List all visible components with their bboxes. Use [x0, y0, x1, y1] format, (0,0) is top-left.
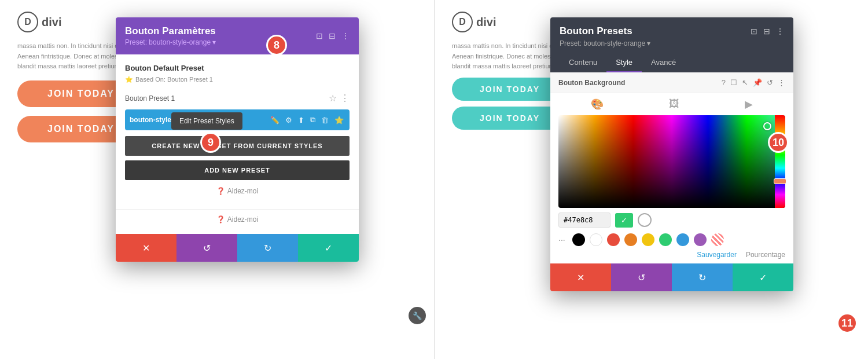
panel-section-header: Bouton Background ? ☐ ↖ 📌 ↺ ⋮: [550, 72, 793, 93]
left-modal-icon-2[interactable]: ⊟: [329, 31, 336, 41]
right-footer-cancel[interactable]: ✕: [550, 263, 611, 291]
help-link-1[interactable]: ❓Aidez-moi: [125, 187, 350, 195]
swatch-white[interactable]: [590, 233, 602, 246]
left-panel: D divi massa mattis non. In tincidunt ni…: [0, 0, 434, 359]
right-footer-redo[interactable]: ↻: [672, 263, 733, 291]
copy-icon[interactable]: ⧉: [309, 114, 317, 126]
desktop-icon[interactable]: ☐: [730, 78, 737, 87]
video-tab[interactable]: ▶: [745, 98, 753, 111]
swatch-green[interactable]: [659, 233, 672, 246]
right-footer-undo[interactable]: ↺: [611, 263, 672, 291]
left-divi-logo: D: [17, 12, 38, 32]
right-brand-name: divi: [476, 16, 496, 29]
footer-undo-btn[interactable]: ↺: [176, 234, 237, 262]
left-modal-footer: ✕ ↺ ↻ ✓: [116, 234, 359, 262]
left-modal-body: Bouton Default Preset ⭐Based On: Bouton …: [116, 54, 359, 209]
swatch-orange[interactable]: [624, 233, 637, 246]
tab-contenu[interactable]: Contenu: [560, 53, 606, 72]
left-modal-icon-1[interactable]: ⊡: [316, 31, 323, 41]
swatch-black[interactable]: [572, 233, 585, 246]
color-check-button[interactable]: ✓: [615, 213, 633, 228]
right-modal-sub: Preset: bouton-style-orange ▾: [560, 39, 784, 47]
preset-1-kebab[interactable]: ⋮: [340, 93, 350, 104]
image-tab[interactable]: 🖼: [669, 98, 679, 111]
preset-1-label: Bouton Preset 1: [125, 94, 175, 102]
color-swatches: ···: [558, 233, 785, 246]
right-divi-logo: D: [452, 12, 473, 32]
reset-icon[interactable]: ↺: [767, 78, 773, 87]
edit-preset-tooltip: Edit Preset Styles: [171, 112, 242, 130]
solid-color-tab[interactable]: 🎨: [591, 98, 604, 111]
color-type-tabs: 🎨 🖼 ▶: [558, 98, 785, 111]
swatch-purple[interactable]: [694, 233, 707, 246]
right-modal-header: Bouton Presets ⊡ ⊟ ⋮ Preset: bouton-styl…: [550, 17, 793, 72]
wrench-icon[interactable]: 🔧: [409, 307, 426, 324]
badge-10: 10: [768, 132, 789, 153]
hue-slider[interactable]: [775, 115, 785, 208]
footer-save-btn[interactable]: ✓: [298, 234, 359, 262]
color-input-row: ✓: [558, 213, 785, 228]
badge-9: 9: [200, 132, 221, 153]
star-active-icon[interactable]: ⭐: [333, 115, 345, 126]
right-icon-1[interactable]: ⊡: [751, 27, 757, 36]
export-icon[interactable]: ⬆: [297, 115, 306, 126]
help-link-2[interactable]: ❓Aidez-moi: [125, 215, 350, 224]
left-modal: Bouton Paramètres Preset: bouton-style-o…: [116, 17, 359, 262]
color-footer: Sauvegarder Pourcentage: [558, 251, 785, 259]
right-icon-3[interactable]: ⋮: [776, 27, 784, 36]
pct-link[interactable]: Pourcentage: [746, 251, 785, 259]
tab-avance[interactable]: Avancé: [642, 53, 685, 72]
right-modal-title: Bouton Presets: [560, 25, 632, 37]
right-modal-tabs: Contenu Style Avancé: [560, 53, 784, 72]
picker-cursor[interactable]: [763, 122, 771, 130]
right-panel: D divi massa mattis non. In tincidunt ni…: [434, 0, 868, 359]
preset-default-title: Bouton Default Preset: [125, 64, 350, 72]
create-preset-button[interactable]: CREATE NEW PRESET FROM CURRENT STYLES: [125, 136, 350, 156]
footer-cancel-btn[interactable]: ✕: [116, 234, 176, 262]
swatch-transparent[interactable]: [711, 233, 724, 246]
right-modal-footer: ✕ ↺ ↻ ✓: [550, 263, 793, 291]
swatches-more[interactable]: ···: [558, 235, 565, 244]
save-link[interactable]: Sauvegarder: [697, 251, 737, 259]
edit-icon[interactable]: ✏️: [269, 115, 281, 126]
left-modal-icon-3[interactable]: ⋮: [341, 31, 350, 41]
preset-1-row: Bouton Preset 1 ☆ ⋮: [125, 93, 350, 104]
footer-redo-btn[interactable]: ↻: [237, 234, 298, 262]
delete-icon[interactable]: 🗑: [320, 115, 330, 126]
left-brand-name: divi: [42, 16, 61, 29]
section-label: Bouton Background: [558, 79, 625, 87]
settings-icon[interactable]: ⚙: [284, 115, 293, 126]
left-modal-header-icons: ⊡ ⊟ ⋮: [316, 31, 350, 41]
swatch-red[interactable]: [607, 233, 620, 246]
help-section-icon[interactable]: ?: [722, 78, 726, 87]
preset-1-star[interactable]: ☆: [329, 93, 337, 104]
swatch-yellow[interactable]: [642, 233, 654, 246]
left-modal-sub: Preset: bouton-style-orange ▾: [125, 38, 216, 46]
opacity-circle[interactable]: [638, 213, 652, 227]
swatch-blue[interactable]: [676, 233, 689, 246]
pin-icon[interactable]: 📌: [753, 78, 762, 87]
tab-style[interactable]: Style: [606, 53, 642, 72]
right-modal: Bouton Presets ⊡ ⊟ ⋮ Preset: bouton-styl…: [550, 17, 793, 291]
badge-11: 11: [837, 313, 858, 334]
color-picker-area: [558, 115, 785, 208]
section-icons: ? ☐ ↖ 📌 ↺ ⋮: [722, 78, 785, 87]
color-gradient-canvas[interactable]: [558, 115, 785, 208]
add-preset-button[interactable]: ADD NEW PRESET: [125, 160, 350, 180]
badge-8: 8: [266, 35, 287, 56]
right-icon-2[interactable]: ⊟: [763, 27, 770, 36]
cursor-icon[interactable]: ↖: [742, 78, 748, 87]
right-footer-save[interactable]: ✓: [733, 263, 793, 291]
more-icon[interactable]: ⋮: [778, 78, 785, 87]
based-on-text: ⭐Based On: Bouton Preset 1: [125, 76, 350, 83]
hue-thumb[interactable]: [774, 178, 786, 184]
hex-input[interactable]: [558, 213, 610, 228]
left-modal-header: Bouton Paramètres Preset: bouton-style-o…: [116, 17, 359, 54]
left-modal-title: Bouton Paramètres: [125, 25, 216, 37]
